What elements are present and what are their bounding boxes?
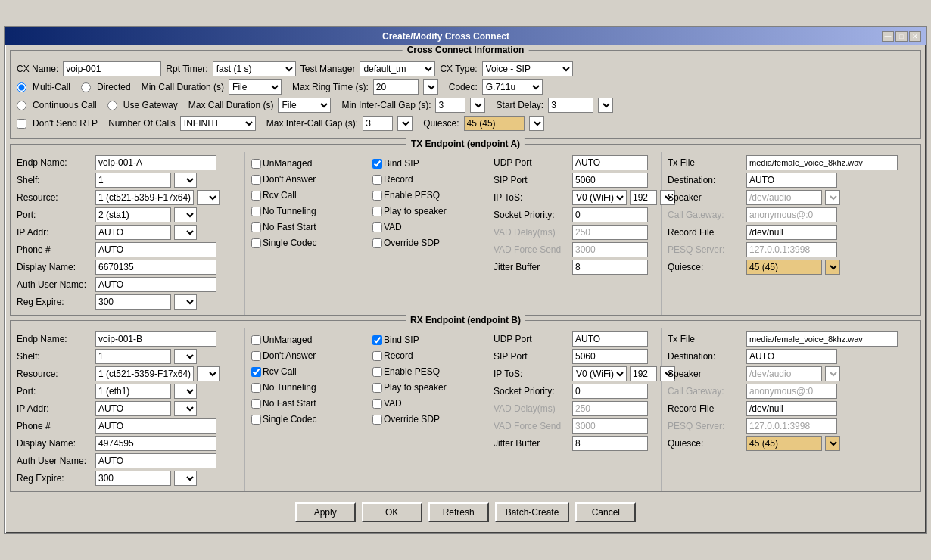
rx-port-input[interactable]	[95, 384, 171, 399]
continuous-call-radio[interactable]	[17, 101, 26, 110]
rx-speaker-input[interactable]	[746, 366, 822, 381]
tx-bind-sip-checkbox[interactable]	[372, 159, 382, 169]
rx-call-gateway-input[interactable]	[746, 384, 837, 399]
min-call-dur-select[interactable]: File	[229, 79, 282, 95]
rx-shelf-select[interactable]	[174, 349, 197, 364]
tx-single-codec-checkbox[interactable]	[251, 238, 261, 248]
batch-create-button[interactable]: Batch-Create	[495, 502, 570, 522]
tx-port-select[interactable]	[174, 207, 197, 222]
tx-destination-input[interactable]	[746, 173, 837, 188]
ok-button[interactable]: OK	[362, 502, 422, 522]
rx-pesq-server-input[interactable]	[746, 418, 837, 434]
rx-record-checkbox[interactable]	[372, 351, 382, 361]
rx-enable-pesq-checkbox[interactable]	[372, 367, 382, 377]
rx-shelf-input[interactable]	[95, 349, 171, 364]
rpt-timer-select[interactable]: fast (1 s)	[213, 61, 296, 76]
rx-port-select[interactable]	[174, 384, 197, 399]
tx-vad-checkbox[interactable]	[372, 222, 382, 232]
max-ring-time-input[interactable]	[373, 79, 419, 95]
rx-tx-file-input[interactable]	[746, 331, 898, 347]
dont-send-rtp-checkbox[interactable]	[17, 119, 26, 129]
rx-vad-force-input[interactable]	[572, 418, 648, 434]
tx-sip-port-input[interactable]	[572, 173, 648, 188]
apply-button[interactable]: Apply	[295, 502, 356, 522]
rx-bind-sip-checkbox[interactable]	[372, 335, 382, 345]
cancel-button[interactable]: Cancel	[575, 502, 636, 522]
rx-dont-answer-checkbox[interactable]	[251, 351, 261, 361]
rx-ip-addr-select[interactable]	[174, 401, 197, 416]
tx-no-tunneling-checkbox[interactable]	[251, 207, 261, 216]
rx-vad-delay-input[interactable]	[572, 401, 648, 416]
tx-speaker-select[interactable]	[825, 190, 840, 205]
quiesce-cx-input[interactable]	[464, 116, 525, 131]
rx-quiesce-input[interactable]	[746, 436, 822, 451]
rx-no-fast-start-checkbox[interactable]	[251, 399, 261, 409]
multi-call-radio[interactable]	[17, 82, 26, 92]
use-gateway-radio[interactable]	[107, 101, 117, 110]
cx-type-select[interactable]: Voice - SIP	[482, 61, 573, 76]
max-call-dur-select[interactable]: File	[278, 98, 331, 113]
tx-record-checkbox[interactable]	[372, 175, 382, 185]
tx-jitter-input[interactable]	[572, 260, 648, 275]
tx-call-gateway-input[interactable]	[746, 207, 837, 222]
rx-reg-expire-select[interactable]	[174, 471, 197, 486]
rx-sip-port-input[interactable]	[572, 349, 648, 364]
rx-unmanaged-checkbox[interactable]	[251, 335, 261, 345]
tx-pesq-server-input[interactable]	[746, 242, 837, 257]
rx-endp-name-input[interactable]	[95, 331, 216, 347]
rx-resource-input[interactable]	[95, 366, 194, 381]
rx-override-sdp-checkbox[interactable]	[372, 415, 382, 425]
tx-ip-tos-select[interactable]: V0 (WiFi)	[572, 190, 627, 205]
tx-shelf-input[interactable]	[95, 173, 171, 188]
tx-override-sdp-checkbox[interactable]	[372, 238, 382, 248]
tx-dont-answer-checkbox[interactable]	[251, 175, 261, 185]
rx-destination-input[interactable]	[746, 349, 837, 364]
rx-ip-tos-select[interactable]: V0 (WiFi)	[572, 366, 627, 381]
tx-vad-force-input[interactable]	[572, 242, 648, 257]
rx-reg-expire-input[interactable]	[95, 471, 171, 486]
tx-auth-user-input[interactable]	[95, 277, 216, 292]
tx-resource-select[interactable]	[197, 190, 220, 205]
rx-vad-checkbox[interactable]	[372, 399, 382, 409]
tx-speaker-input[interactable]	[746, 190, 822, 205]
rx-jitter-input[interactable]	[572, 436, 648, 451]
rx-play-to-speaker-checkbox[interactable]	[372, 383, 382, 393]
tx-enable-pesq-checkbox[interactable]	[372, 191, 382, 201]
quiesce-cx-arrow[interactable]	[529, 116, 544, 131]
tx-port-input[interactable]	[95, 207, 171, 222]
start-delay-arrow[interactable]	[598, 98, 613, 113]
rx-socket-priority-input[interactable]	[572, 384, 648, 399]
min-inter-call-arrow[interactable]	[470, 98, 485, 113]
rx-single-codec-checkbox[interactable]	[251, 415, 261, 425]
tx-resource-input[interactable]	[95, 190, 194, 205]
minimize-button[interactable]: —	[882, 31, 894, 42]
directed-radio[interactable]	[81, 82, 91, 92]
tx-play-to-speaker-checkbox[interactable]	[372, 207, 382, 216]
tx-tx-file-input[interactable]	[746, 155, 898, 170]
tx-no-fast-start-checkbox[interactable]	[251, 222, 261, 232]
maximize-button[interactable]: □	[895, 31, 908, 42]
max-ring-time-arrow[interactable]	[423, 79, 438, 95]
tx-udp-port-input[interactable]	[572, 155, 648, 170]
tx-vad-delay-input[interactable]	[572, 225, 648, 240]
num-calls-select[interactable]: INFINITE	[180, 116, 256, 131]
tx-display-name-input[interactable]	[95, 260, 216, 275]
start-delay-input[interactable]	[548, 98, 593, 113]
test-manager-select[interactable]: default_tm	[360, 61, 435, 76]
codec-select[interactable]: G.711u	[482, 79, 543, 95]
tx-ip-addr-select[interactable]	[174, 225, 197, 240]
tx-ip-addr-input[interactable]	[95, 225, 171, 240]
rx-no-tunneling-checkbox[interactable]	[251, 383, 261, 393]
rx-phone-input[interactable]	[95, 418, 216, 434]
tx-quiesce-select[interactable]	[825, 260, 840, 275]
tx-reg-expire-select[interactable]	[174, 294, 197, 310]
tx-record-file-input[interactable]	[746, 225, 837, 240]
tx-endp-name-input[interactable]	[95, 155, 216, 170]
rx-resource-select[interactable]	[197, 366, 220, 381]
rx-record-file-input[interactable]	[746, 401, 837, 416]
rx-ip-tos-num[interactable]	[630, 366, 657, 381]
tx-socket-priority-input[interactable]	[572, 207, 648, 222]
tx-quiesce-input[interactable]	[746, 260, 822, 275]
tx-ip-tos-num[interactable]	[630, 190, 657, 205]
rx-display-name-input[interactable]	[95, 436, 216, 451]
